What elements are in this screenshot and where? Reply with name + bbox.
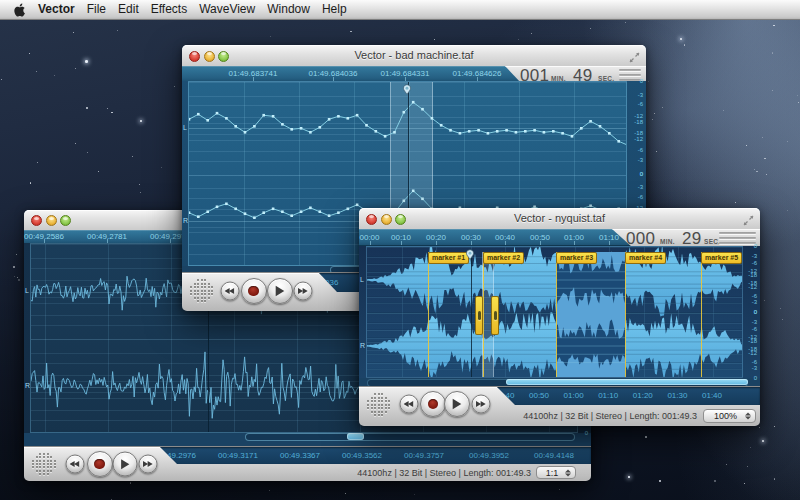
star (140, 192, 141, 193)
star (54, 75, 55, 76)
db-label: -18 (748, 338, 757, 344)
star (559, 489, 560, 490)
marker-line[interactable] (556, 252, 557, 377)
apple-menu-icon[interactable] (14, 3, 26, 17)
close-button[interactable] (31, 215, 42, 226)
status-text: 44100hz | 32 Bit | Stereo | Length: 001:… (523, 411, 697, 421)
star (140, 120, 142, 122)
play-button[interactable] (267, 278, 293, 304)
db-label: -12 (634, 136, 643, 142)
star (764, 158, 766, 160)
play-icon (451, 398, 463, 410)
channel-label-right: R (360, 342, 365, 349)
rewind-icon (70, 460, 80, 467)
status-text: 44100hz | 32 Bit | Stereo | Length: 001:… (357, 468, 531, 478)
playhead-line[interactable] (471, 252, 472, 377)
rewind-button[interactable] (220, 282, 239, 301)
minimize-button[interactable] (46, 215, 57, 226)
scrollbar-thumb[interactable] (506, 379, 748, 385)
star (680, 38, 682, 40)
bottom-timeline: 00:49.297600:49.317100:49.336700:49.3562… (160, 447, 591, 464)
menu-item-app[interactable]: Vector (32, 0, 81, 19)
db-label: -6 (638, 194, 643, 200)
timeline-label: 00:49.3367 (280, 451, 320, 460)
zoom-control[interactable]: 1:1 (536, 466, 576, 479)
record-icon (94, 459, 104, 469)
wave-grid[interactable]: marker #1marker #2marker #3marker #4mark… (366, 246, 743, 378)
play-button[interactable] (113, 452, 138, 477)
menu-item-window[interactable]: Window (261, 0, 316, 19)
record-button[interactable] (87, 451, 113, 477)
star (654, 113, 655, 114)
db-label: -3 (638, 184, 643, 190)
star (117, 30, 119, 32)
fast-forward-button[interactable] (472, 395, 491, 414)
marker-tag[interactable]: marker #2 (483, 252, 524, 264)
star (798, 102, 799, 103)
wave-area[interactable]: marker #1marker #2marker #3marker #4mark… (359, 246, 760, 378)
scrollbar-thumb[interactable] (347, 433, 364, 440)
playhead-pin[interactable] (466, 246, 474, 264)
star (787, 141, 788, 142)
star (659, 480, 661, 482)
star (13, 266, 15, 268)
marker-tag[interactable]: marker #4 (625, 252, 666, 264)
record-button[interactable] (420, 391, 446, 417)
fast-forward-button[interactable] (139, 455, 158, 474)
star (750, 447, 751, 448)
star (652, 119, 653, 120)
rewind-button[interactable] (66, 455, 85, 474)
marker-line[interactable] (625, 252, 626, 377)
loop-handle-right[interactable] (491, 296, 499, 335)
timeline-label: 00:49.3562 (342, 451, 382, 460)
star (107, 108, 108, 109)
playhead-pin[interactable] (403, 81, 411, 99)
marker-tag[interactable]: marker #5 (701, 252, 742, 264)
rewind-button[interactable] (400, 395, 419, 414)
record-icon (248, 286, 258, 296)
db-label: -3 (752, 365, 757, 371)
timeline-label: 01:40 (702, 391, 722, 400)
resize-icon[interactable] (743, 212, 754, 223)
menu-item-help[interactable]: Help (316, 0, 353, 19)
ruler-tick (436, 241, 437, 245)
marker-tag[interactable]: marker #1 (428, 252, 469, 264)
stepper-icon[interactable] (565, 469, 571, 476)
star (270, 36, 271, 37)
star (766, 174, 767, 175)
star (772, 52, 774, 54)
star (345, 493, 346, 494)
db-label: -18 (748, 280, 757, 286)
fast-forward-icon (143, 460, 153, 467)
speaker-grille (32, 453, 56, 475)
loop-handle-left[interactable] (475, 296, 483, 335)
record-button[interactable] (241, 278, 267, 304)
db-label: -6 (638, 147, 643, 153)
zoom-control[interactable]: 100% (703, 409, 756, 423)
status-bar: 44100hz | 32 Bit | Stereo | Length: 001:… (359, 405, 760, 426)
scrollbar-track[interactable] (245, 433, 575, 441)
menu-item-waveview[interactable]: WaveView (193, 0, 261, 19)
fast-forward-button[interactable] (294, 282, 313, 301)
star (772, 90, 773, 91)
menu-item-file[interactable]: File (81, 0, 112, 19)
grip-lines (619, 69, 641, 71)
star (139, 184, 140, 185)
titlebar[interactable]: Vector - nyquist.taf (359, 208, 760, 230)
star (625, 22, 626, 23)
marker-line[interactable] (701, 252, 702, 377)
menu-item-effects[interactable]: Effects (145, 0, 193, 19)
star (87, 152, 88, 153)
star (434, 39, 435, 40)
marker-tag[interactable]: marker #3 (556, 252, 597, 264)
resize-icon[interactable] (629, 49, 640, 60)
stepper-icon[interactable] (745, 413, 751, 420)
play-button[interactable] (444, 391, 470, 417)
zoom-button[interactable] (60, 215, 71, 226)
menu-item-edit[interactable]: Edit (112, 0, 145, 19)
db-label: -3 (638, 92, 643, 98)
titlebar[interactable]: Vector - bad machine.taf (182, 45, 646, 67)
star (1, 79, 2, 80)
marker-line[interactable] (428, 252, 429, 377)
marker-line[interactable] (483, 252, 484, 377)
